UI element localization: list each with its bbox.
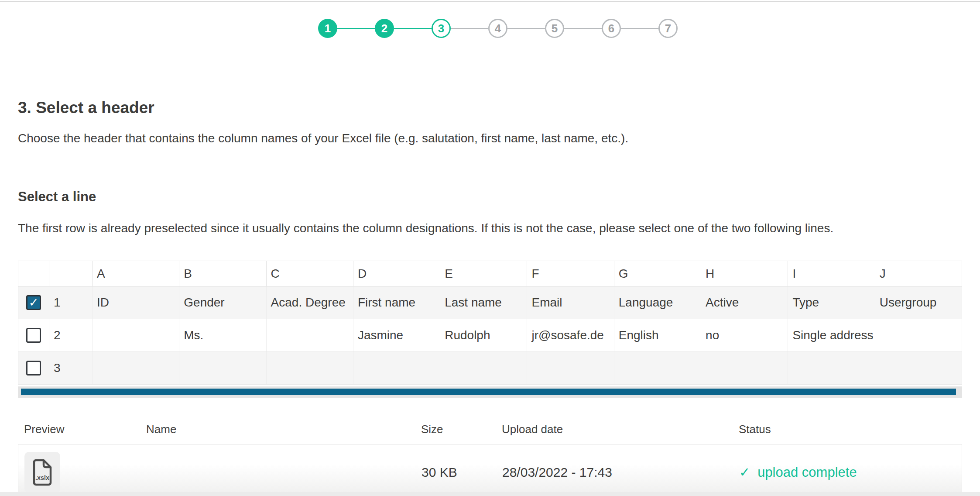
row-3-select-cell [18, 352, 49, 385]
stepper-connector [507, 28, 545, 29]
stepper-connector [451, 28, 488, 29]
cell-H3 [701, 352, 788, 385]
cell-F3 [527, 352, 614, 385]
spreadsheet-header-row: ABCDEFGHIJ [18, 261, 962, 286]
stepper-step-6[interactable]: 6 [602, 19, 621, 38]
page-description: Choose the header that contains the colu… [18, 131, 962, 145]
uploaded-file-section: Preview Name Size Upload date Status .xs… [18, 423, 962, 496]
file-status: ✓ upload complete [739, 465, 962, 480]
cell-G2: English [614, 319, 701, 352]
cell-G3 [614, 352, 701, 385]
stepper: 1234567 [8, 19, 980, 38]
cell-C2 [266, 319, 353, 352]
xslx-file-icon: .xslx [31, 459, 54, 486]
cell-H1: Active [701, 286, 788, 319]
cell-A2 [93, 319, 179, 352]
cell-F2: jr@sosafe.de [527, 319, 614, 352]
row-1-checkbox[interactable]: ✓ [26, 295, 41, 310]
spreadsheet-row-1: ✓1IDGenderAcad. DegreeFirst nameLast nam… [18, 286, 962, 319]
column-header-A: A [93, 261, 179, 286]
spreadsheet-body: ✓1IDGenderAcad. DegreeFirst nameLast nam… [18, 286, 962, 385]
file-header-upload-date: Upload date [502, 423, 739, 436]
cell-D2: Jasmine [353, 319, 440, 352]
spreadsheet-table: ABCDEFGHIJ ✓1IDGenderAcad. DegreeFirst n… [18, 261, 962, 385]
cell-C1: Acad. Degree [266, 286, 353, 319]
select-line-title: Select a line [18, 189, 962, 205]
stepper-step-7[interactable]: 7 [658, 19, 678, 38]
stepper-connector [621, 28, 658, 29]
row-3-checkbox[interactable] [26, 361, 41, 375]
checkmark-icon: ✓ [29, 297, 39, 309]
file-row: .xslx 30 KB 28/03/2022 - 17:43 ✓ upload … [18, 444, 962, 496]
spreadsheet-row-2: 2Ms.JasmineRudolphjr@sosafe.deEnglishnoS… [18, 319, 962, 352]
spreadsheet-row-3: 3 [18, 352, 962, 385]
file-list-header: Preview Name Size Upload date Status [18, 423, 962, 444]
top-divider [0, 1, 980, 2]
row-2-checkbox[interactable] [26, 328, 41, 343]
column-header-D: D [353, 261, 440, 286]
page-title: 3. Select a header [18, 99, 962, 117]
file-header-size: Size [421, 423, 502, 436]
file-extension-label: .xslx [35, 474, 49, 481]
file-preview-thumbnail: .xslx [24, 452, 60, 493]
stepper-step-4[interactable]: 4 [488, 19, 507, 38]
spreadsheet-preview: ABCDEFGHIJ ✓1IDGenderAcad. DegreeFirst n… [18, 261, 962, 398]
stepper-connector [337, 28, 375, 29]
cell-I3 [788, 352, 875, 385]
cell-B1: Gender [179, 286, 266, 319]
row-2-select-cell [18, 319, 49, 352]
cell-E2: Rudolph [440, 319, 527, 352]
cell-A1: ID [93, 286, 179, 319]
row-number-column-header [49, 261, 93, 286]
cell-J1: Usergroup [875, 286, 962, 319]
stepper-step-1[interactable]: 1 [318, 19, 337, 38]
stepper-connector [564, 28, 602, 29]
row-2-number: 2 [49, 319, 93, 352]
file-preview-cell: .xslx [24, 452, 147, 493]
column-header-G: G [614, 261, 701, 286]
cell-J3 [875, 352, 962, 385]
cell-A3 [93, 352, 179, 385]
cell-B3 [179, 352, 266, 385]
cell-I2: Single address [788, 319, 875, 352]
column-header-F: F [527, 261, 614, 286]
bottom-edge-strip [0, 492, 980, 496]
file-header-preview: Preview [24, 423, 146, 436]
file-size-value: 30 KB [421, 465, 502, 480]
cell-H2: no [701, 319, 788, 352]
horizontal-scrollbar-track[interactable] [18, 386, 962, 398]
file-upload-date-value: 28/03/2022 - 17:43 [502, 465, 739, 480]
main-content: 3. Select a header Choose the header tha… [0, 99, 980, 496]
stepper-connector [394, 28, 432, 29]
file-status-label: upload complete [757, 465, 857, 480]
cell-E1: Last name [440, 286, 527, 319]
cell-D1: First name [353, 286, 440, 319]
select-column-header [18, 261, 49, 286]
cell-C3 [266, 352, 353, 385]
row-1-select-cell: ✓ [18, 286, 49, 319]
horizontal-scrollbar-thumb[interactable] [21, 389, 956, 395]
select-line-description: The first row is already preselected sin… [18, 221, 962, 235]
column-header-E: E [440, 261, 527, 286]
file-header-status: Status [739, 423, 962, 436]
cell-E3 [440, 352, 527, 385]
cell-J2 [875, 319, 962, 352]
file-header-name: Name [146, 423, 421, 436]
cell-G1: Language [614, 286, 701, 319]
column-header-B: B [179, 261, 266, 286]
check-icon: ✓ [739, 466, 750, 479]
row-1-number: 1 [49, 286, 93, 319]
column-header-J: J [875, 261, 962, 286]
cell-B2: Ms. [179, 319, 266, 352]
column-header-H: H [701, 261, 788, 286]
stepper-step-2[interactable]: 2 [375, 19, 394, 38]
column-header-I: I [788, 261, 875, 286]
stepper-step-5[interactable]: 5 [545, 19, 564, 38]
spreadsheet-head: ABCDEFGHIJ [18, 261, 962, 286]
row-3-number: 3 [49, 352, 93, 385]
cell-F1: Email [527, 286, 614, 319]
cell-D3 [353, 352, 440, 385]
stepper-step-3[interactable]: 3 [432, 19, 451, 38]
cell-I1: Type [788, 286, 875, 319]
column-header-C: C [266, 261, 353, 286]
